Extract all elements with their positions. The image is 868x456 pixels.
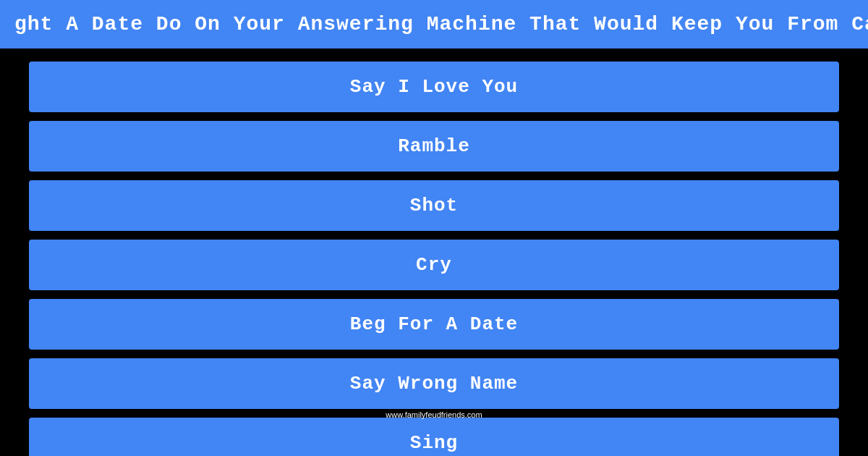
- header-text: ght A Date Do On Your Answering Machine …: [14, 13, 868, 35]
- answer-row-2: Ramble: [29, 121, 839, 172]
- answer-text-2: Ramble: [398, 135, 470, 157]
- answer-row-7: www.familyfeudfriends.com Sing: [29, 418, 839, 456]
- answer-row-6: Say Wrong Name: [29, 358, 839, 409]
- answers-container: Say I Love You Ramble Shot Cry Beg For A…: [0, 48, 868, 456]
- answer-row-3: Shot: [29, 180, 839, 231]
- answer-text-3: Shot: [410, 195, 458, 216]
- answer-text-1: Say I Love You: [350, 76, 518, 98]
- header-bar: ght A Date Do On Your Answering Machine …: [0, 0, 868, 48]
- answer-text-5: Beg For A Date: [350, 313, 518, 335]
- answer-row-5: Beg For A Date: [29, 299, 839, 350]
- answer-text-6: Say Wrong Name: [350, 373, 518, 394]
- watermark: www.familyfeudfriends.com: [386, 410, 482, 419]
- answer-text-7: Sing: [410, 432, 458, 454]
- answer-row-4: Cry: [29, 240, 839, 290]
- answer-text-4: Cry: [416, 254, 452, 276]
- answer-row-1: Say I Love You: [29, 62, 839, 112]
